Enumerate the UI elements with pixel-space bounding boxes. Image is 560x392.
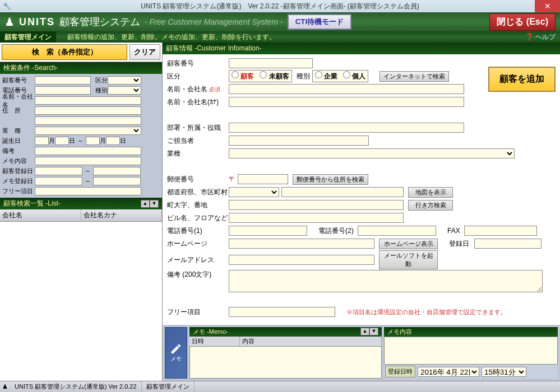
label-info-kubun: 区分 [167,72,229,81]
search-gyoshu-select[interactable] [35,127,141,135]
cti-mode-button[interactable]: CTI待機モード [288,14,351,30]
label-info-custno: 顧客番号 [167,59,229,68]
internet-search-button[interactable]: インターネットで検索 [379,71,449,82]
status-version: UNITS 顧客管理システム(通常版) Ver 2.0.22 [10,381,142,392]
label-info-street: 町大字、番地 [167,200,229,210]
add-customer-button[interactable]: 顧客を追加 [488,67,556,92]
label-free: フリー項目 [1,187,35,195]
route-button[interactable]: 行き方検索 [408,200,453,211]
status-screen: 顧客管理メイン [142,381,195,392]
logo-text: UNITS [19,16,55,28]
search-kubun-select[interactable] [108,76,141,85]
memo-down-button[interactable]: ▼ [369,328,378,335]
search-name-input[interactable] [35,96,141,105]
label-birthday: 誕生日 [1,137,35,145]
close-app-button[interactable]: 閉じる (Esc) [489,13,556,31]
search-custreg-to[interactable] [93,167,141,175]
memo-date-select[interactable]: 2016年 4月 22日 [418,367,479,377]
map-button[interactable]: 地図を表示 [408,187,453,198]
mailer-button[interactable]: メールソフトを起動 [379,250,438,269]
app-subtitle-en: - Free Customer Management System - [145,17,283,26]
label-biko: 備考 [1,147,35,155]
search-button[interactable]: 検 索（条件指定） [2,44,127,60]
label-info-building: ビル名、フロアなど [167,213,229,223]
search-custreg-from[interactable] [35,167,82,175]
clear-button[interactable]: クリア [129,44,160,60]
info-tel2-input[interactable] [358,226,436,236]
info-regdate-input[interactable] [474,239,542,249]
search-addr2-input[interactable] [35,116,141,125]
help-link[interactable]: ❓ ヘルプ [521,32,560,42]
label-info-mail: メールアドレス [167,255,229,265]
memo-list-body[interactable] [189,346,382,379]
label-info-free: フリー項目 [167,307,229,317]
memo-col-date[interactable]: 日時 [189,337,240,346]
search-memo-input[interactable] [35,157,141,165]
info-name-input[interactable] [229,84,464,94]
label-info-dept: 部署・所属・役職 [167,123,229,133]
info-dept-input[interactable] [229,123,464,133]
info-custno-input[interactable] [229,58,313,68]
list-down-button[interactable]: ▼ [150,200,159,208]
memo-col-content[interactable]: 内容 [240,337,382,346]
search-memoreg-to[interactable] [93,177,141,185]
info-tel1-input[interactable] [229,226,307,236]
label-info-tanto: ご担当者 [167,136,229,146]
info-tanto-input[interactable] [229,136,369,146]
info-biko-input[interactable] [229,270,543,292]
label-info-shubetsu: 種別 [297,72,310,81]
info-gyoshu-select[interactable] [229,148,515,158]
label-info-zip: 郵便番号 [167,175,229,184]
screen-title: 顧客管理メイン [0,31,56,43]
info-street-input[interactable] [229,200,404,210]
info-building-input[interactable] [229,213,404,223]
search-tel-input[interactable] [35,86,91,95]
info-zip-input[interactable] [238,174,288,184]
app-subtitle-jp: 顧客管理システム [59,15,140,29]
info-city-input[interactable] [281,187,404,197]
label-shubetsu: 種別 [91,86,108,95]
zip-search-button[interactable]: 郵便番号から住所を検索 [293,174,368,185]
screen-description: 顧客情報の追加、更新、削除。メモの追加、更新、削除を行います。 [56,32,287,42]
memo-header: メモ -Memo- [193,328,228,336]
list-section-header: 顧客検索一覧 -List- ▲▼ [0,198,162,209]
search-biko-input[interactable] [35,147,141,155]
label-info-regdate: 登録日 [449,239,474,249]
info-fax-input[interactable] [464,226,537,236]
info-section-header: 顧客情報 -Customer Infomation- [163,43,560,54]
search-memoreg-from[interactable] [35,177,82,185]
label-gyoshu: 業 種 [1,127,35,135]
search-bd-m1[interactable] [35,137,49,145]
search-shubetsu-select[interactable] [108,86,141,95]
search-free-input[interactable] [35,187,141,195]
list-col-kana[interactable]: 会社名カナ [81,209,163,221]
search-bd-d1[interactable] [55,137,69,145]
search-custno-input[interactable] [35,76,91,85]
info-hp-input[interactable] [229,239,374,249]
search-bd-m2[interactable] [86,137,100,145]
label-info-biko: 備考 (200文字) [167,270,229,279]
app-icon: 🔧 [3,2,11,10]
search-addr-input[interactable] [35,106,141,115]
memo-side-button[interactable]: メモ [165,327,187,379]
label-info-tel2: 電話番号(2) [318,226,358,236]
window-title: UNITS 顧客管理システム(通常版) Ver 2.0.22 -顧客管理メイン画… [141,2,419,11]
memo-up-button[interactable]: ▲ [360,328,369,335]
memo-time-select[interactable]: 15時31分 [482,367,526,377]
label-memoreg: メモ登録日 [1,177,35,185]
window-close-button[interactable]: ✕ [535,0,560,12]
list-up-button[interactable]: ▲ [141,200,150,208]
info-free-input[interactable] [229,307,335,317]
info-kana-input[interactable] [229,97,464,107]
list-col-company[interactable]: 会社名 [0,209,81,221]
homepage-button[interactable]: ホームページ表示 [379,239,438,249]
customer-list[interactable] [0,222,162,381]
info-mail-input[interactable] [229,255,374,265]
memo-content-body[interactable] [384,337,558,365]
info-pref-select[interactable] [229,187,279,197]
label-info-kana: 名前・会社名(ｶﾅ) [167,97,229,107]
search-bd-d2[interactable] [106,137,120,145]
label-info-hp: ホームページ [167,239,229,249]
label-kubun: 区分 [91,76,108,85]
memo-content-header: メモ内容 [387,328,412,336]
